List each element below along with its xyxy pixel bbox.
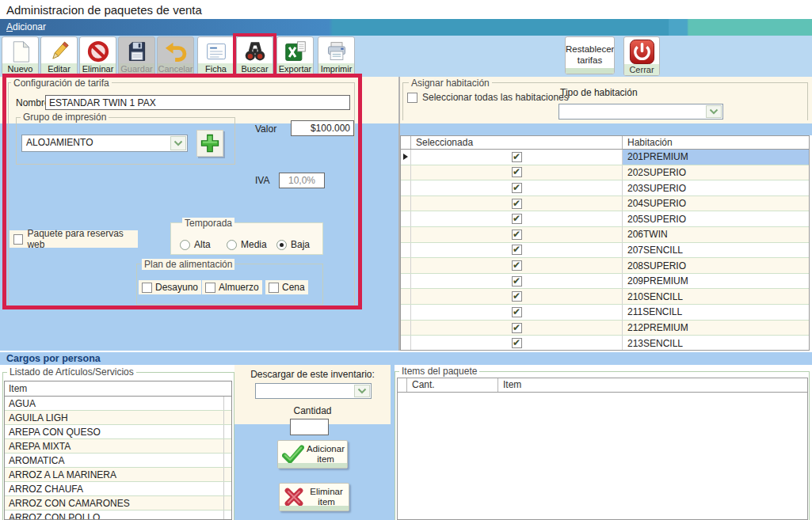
seleccionada-cell[interactable]: ✔: [411, 274, 623, 289]
habitacion-cell[interactable]: 211SENCILL: [623, 305, 809, 320]
restablecer-tarifas-button[interactable]: Restablecer tarifas: [565, 36, 615, 74]
grupo-impresion-dropdown[interactable]: ALOJAMIENTO: [21, 135, 188, 152]
habitacion-cell[interactable]: 212PREMIUM: [623, 321, 809, 336]
habitacion-row[interactable]: ✔212PREMIUM: [401, 321, 809, 336]
imprimir-button[interactable]: Imprimir: [318, 36, 355, 75]
cena-checkbox[interactable]: [269, 283, 279, 293]
listado-row[interactable]: ARROZ CON CAMARONES: [5, 496, 231, 511]
habitacion-cell[interactable]: 201PREMIUM: [623, 150, 809, 165]
radio-alta[interactable]: [180, 240, 190, 250]
listado-row[interactable]: ARROZ A LA MARINERA: [5, 468, 231, 482]
seleccionada-cell[interactable]: ✔: [411, 305, 623, 320]
room-checkbox[interactable]: ✔: [512, 291, 522, 302]
column-habitacion[interactable]: Habitación: [623, 136, 809, 149]
cantidad-input[interactable]: [290, 419, 329, 435]
room-checkbox[interactable]: ✔: [512, 245, 522, 255]
seleccionada-cell[interactable]: ✔: [411, 243, 623, 258]
habitacion-row[interactable]: ✔208SUPERIO: [401, 258, 809, 274]
item-cell[interactable]: ARROZ A LA MARINERA: [5, 468, 223, 481]
seleccionada-cell[interactable]: ✔: [411, 321, 623, 336]
room-checkbox[interactable]: ✔: [512, 167, 522, 177]
ficha-button[interactable]: Ficha: [197, 36, 234, 75]
habitacion-cell[interactable]: 204SUPERIO: [623, 196, 809, 211]
listado-row[interactable]: AGUA: [5, 397, 231, 411]
item-cell[interactable]: AROMATICA: [5, 454, 223, 467]
habitacion-cell[interactable]: 208SUPERIO: [623, 258, 809, 273]
iva-input[interactable]: [279, 173, 325, 188]
seleccionada-cell[interactable]: ✔: [411, 165, 623, 180]
radio-media[interactable]: [227, 240, 237, 250]
room-checkbox[interactable]: ✔: [512, 230, 522, 240]
buscar-button[interactable]: Buscar: [236, 36, 273, 75]
seleccionada-cell[interactable]: ✔: [411, 336, 623, 351]
habitacion-row[interactable]: ✔205SUPERIO: [401, 211, 809, 227]
room-checkbox[interactable]: ✔: [512, 260, 522, 271]
nuevo-button[interactable]: Nuevo: [2, 36, 39, 75]
listado-row[interactable]: AREPA CON QUESO: [5, 425, 231, 439]
select-all-checkbox[interactable]: [407, 93, 417, 103]
column-seleccionada[interactable]: Seleccionada: [411, 136, 623, 149]
valor-input[interactable]: [291, 120, 354, 136]
nombre-input[interactable]: [45, 95, 350, 110]
habitacion-row[interactable]: ✔202SUPERIO: [401, 165, 809, 181]
plan-option-almuerzo[interactable]: Almuerzo: [202, 280, 262, 294]
seleccionada-cell[interactable]: ✔: [411, 227, 623, 242]
habitacion-cell[interactable]: 203SUPERIO: [623, 180, 809, 195]
habitacion-row[interactable]: ✔207SENCILL: [401, 243, 809, 259]
habitacion-cell[interactable]: 202SUPERIO: [623, 165, 809, 180]
eliminar-button[interactable]: Eliminar: [79, 36, 116, 75]
adicionar-item-button[interactable]: Adicionar item: [277, 440, 348, 469]
plan-option-desayuno[interactable]: Desayuno: [139, 280, 201, 294]
column-item[interactable]: Item: [498, 378, 807, 392]
item-cell[interactable]: ARROZ CON POLLO: [5, 511, 223, 520]
inventario-dropdown[interactable]: [255, 383, 372, 399]
listado-column-item[interactable]: Item: [5, 381, 231, 397]
almuerzo-checkbox[interactable]: [205, 283, 215, 293]
temporada-option-media[interactable]: Media: [227, 239, 267, 250]
habitacion-row[interactable]: ✔201PREMIUM: [401, 150, 809, 165]
room-checkbox[interactable]: ✔: [512, 323, 522, 333]
item-cell[interactable]: AREPA MIXTA: [5, 439, 223, 453]
item-cell[interactable]: ARROZ CHAUFA: [5, 482, 223, 495]
eliminar-item-button[interactable]: Eliminar item: [279, 483, 349, 511]
cancelar-button[interactable]: Cancelar: [157, 36, 194, 75]
column-cant[interactable]: Cant.: [407, 378, 498, 392]
listado-row[interactable]: AROMATICA: [5, 454, 231, 468]
habitacion-cell[interactable]: 213SENCILL: [623, 336, 809, 351]
habitacion-cell[interactable]: 206TWIN: [623, 227, 809, 242]
select-all-row[interactable]: Seleccionar todas las habitaciones: [407, 92, 569, 103]
cerrar-button[interactable]: Cerrar: [623, 36, 660, 76]
seleccionada-cell[interactable]: ✔: [411, 180, 623, 195]
exportar-button[interactable]: Exportar: [276, 36, 314, 75]
desayuno-checkbox[interactable]: [142, 283, 152, 293]
tipo-habitacion-dropdown[interactable]: [558, 104, 723, 120]
listado-row[interactable]: AREPA MIXTA: [5, 439, 231, 454]
room-checkbox[interactable]: ✔: [512, 276, 522, 287]
listado-row[interactable]: ARROZ CHAUFA: [5, 482, 231, 496]
paquete-web-checkbox-row[interactable]: Paquete para reservas web: [10, 230, 138, 248]
room-checkbox[interactable]: ✔: [512, 199, 522, 209]
listado-row[interactable]: AGUILA LIGH: [5, 411, 231, 425]
habitacion-row[interactable]: ✔209PREMIUM: [401, 274, 809, 290]
chevron-down-icon[interactable]: [706, 105, 722, 118]
temporada-option-alta[interactable]: Alta: [180, 239, 211, 250]
habitacion-cell[interactable]: 205SUPERIO: [623, 211, 809, 226]
room-checkbox[interactable]: ✔: [512, 152, 522, 162]
seleccionada-cell[interactable]: ✔: [411, 211, 623, 226]
habitacion-row[interactable]: ✔211SENCILL: [401, 305, 809, 321]
seleccionada-cell[interactable]: ✔: [411, 258, 623, 273]
paquete-web-checkbox[interactable]: [13, 234, 23, 245]
item-cell[interactable]: AREPA CON QUESO: [5, 425, 223, 438]
item-cell[interactable]: AGUA: [5, 397, 223, 410]
radio-baja[interactable]: [276, 240, 287, 250]
habitacion-cell[interactable]: 210SENCILL: [623, 289, 809, 304]
editar-button[interactable]: Editar: [40, 36, 78, 75]
plan-option-cena[interactable]: Cena: [265, 280, 308, 294]
item-cell[interactable]: ARROZ CON CAMARONES: [5, 496, 223, 510]
temporada-option-baja[interactable]: Baja: [276, 239, 310, 250]
listado-row[interactable]: ARROZ CON POLLO: [5, 511, 231, 520]
room-checkbox[interactable]: ✔: [512, 214, 522, 224]
chevron-down-icon[interactable]: [354, 385, 370, 397]
habitacion-row[interactable]: ✔206TWIN: [401, 227, 809, 243]
habitacion-cell[interactable]: 209PREMIUM: [623, 274, 809, 289]
